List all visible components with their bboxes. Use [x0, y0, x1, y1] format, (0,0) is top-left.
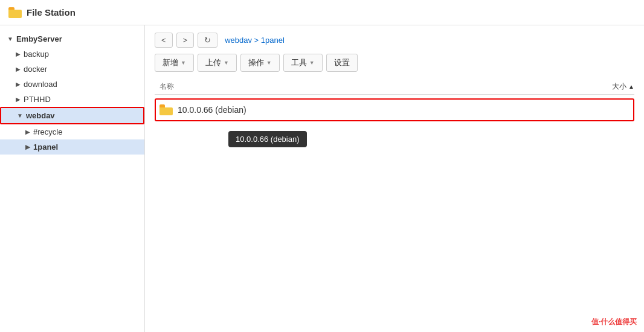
folder-icon	[159, 104, 173, 115]
sidebar-item-label: #recycle	[33, 127, 62, 136]
upload-button[interactable]: 上传 ▼	[198, 54, 237, 72]
sidebar-item-label: docker	[24, 65, 47, 74]
sidebar-item-label: download	[24, 80, 57, 89]
breadcrumb-text: webdav > 1panel	[225, 36, 285, 45]
action-label: 操作	[248, 57, 264, 68]
sidebar-item-webdav[interactable]: ▼ webdav	[0, 107, 144, 124]
file-name: 10.0.0.66 (debian)	[178, 105, 246, 115]
col-size-header[interactable]: 大小 ▲	[574, 81, 634, 92]
sidebar-root-label: EmbyServer	[16, 34, 62, 43]
main-layout: ▼ EmbyServer ▶ backup ▶ docker ▶ downloa…	[0, 25, 644, 332]
footer: 值·什么值得买	[591, 317, 637, 327]
settings-button[interactable]: 设置	[326, 54, 358, 72]
tools-label: 工具	[291, 57, 307, 68]
recycle-arrow-icon: ▶	[25, 129, 30, 135]
new-label: 新增	[163, 57, 178, 68]
sidebar-item-label: webdav	[26, 111, 55, 120]
settings-label: 设置	[334, 57, 350, 68]
col-name-header: 名称	[155, 81, 574, 92]
content-area: < > ↻ webdav > 1panel 新增 ▼ 上传 ▼ 操作 ▼ 工具	[145, 25, 644, 332]
header: File Station	[0, 0, 644, 25]
sidebar: ▼ EmbyServer ▶ backup ▶ docker ▶ downloa…	[0, 25, 145, 332]
sidebar-item-label: PTHHD	[24, 95, 51, 104]
back-button[interactable]: <	[155, 33, 173, 48]
upload-label: 上传	[205, 57, 221, 68]
backup-arrow-icon: ▶	[16, 51, 21, 57]
action-button[interactable]: 操作 ▼	[240, 54, 280, 72]
sidebar-item-label: backup	[24, 49, 49, 59]
tooltip: 10.0.0.66 (debian)	[228, 131, 307, 147]
size-sort-icon: ▲	[628, 83, 634, 90]
forward-button[interactable]: >	[176, 33, 195, 48]
toolbar-actions: 新增 ▼ 上传 ▼ 操作 ▼ 工具 ▼ 设置	[155, 54, 634, 72]
action-dropdown-icon: ▼	[266, 60, 272, 66]
sidebar-item-1panel[interactable]: ▶ 1panel	[0, 139, 144, 155]
download-arrow-icon: ▶	[16, 81, 21, 88]
sidebar-item-recycle[interactable]: ▶ #recycle	[0, 124, 144, 139]
sidebar-root[interactable]: ▼ EmbyServer	[0, 31, 144, 46]
toolbar-top: < > ↻ webdav > 1panel	[155, 33, 634, 48]
upload-dropdown-icon: ▼	[224, 60, 229, 66]
1panel-arrow-icon: ▶	[25, 144, 30, 150]
docker-arrow-icon: ▶	[16, 66, 21, 72]
sidebar-item-label: 1panel	[33, 142, 58, 152]
table-row[interactable]: 10.0.0.66 (debian) 10.0.0.66 (debian)	[155, 98, 634, 121]
sidebar-item-pthhd[interactable]: ▶ PTHHD	[0, 92, 144, 107]
breadcrumb: webdav > 1panel	[225, 36, 285, 45]
file-list-body: 10.0.0.66 (debian) 10.0.0.66 (debian)	[155, 95, 634, 325]
file-list-header: 名称 大小 ▲	[155, 79, 634, 95]
app-title: File Station	[27, 7, 76, 18]
footer-brand: 值·什么值得买	[591, 317, 637, 327]
root-arrow-icon: ▼	[7, 36, 13, 42]
sidebar-item-download[interactable]: ▶ download	[0, 77, 144, 92]
tools-dropdown-icon: ▼	[309, 60, 315, 66]
new-button[interactable]: 新增 ▼	[155, 54, 194, 72]
pthhd-arrow-icon: ▶	[16, 96, 21, 103]
tooltip-text: 10.0.0.66 (debian)	[236, 135, 300, 144]
app-folder-icon	[8, 7, 22, 18]
tools-button[interactable]: 工具 ▼	[283, 54, 323, 72]
webdav-arrow-icon: ▼	[17, 112, 23, 119]
sidebar-item-docker[interactable]: ▶ docker	[0, 62, 144, 77]
refresh-button[interactable]: ↻	[198, 33, 217, 48]
sidebar-item-backup[interactable]: ▶ backup	[0, 46, 144, 62]
new-dropdown-icon: ▼	[181, 60, 186, 66]
